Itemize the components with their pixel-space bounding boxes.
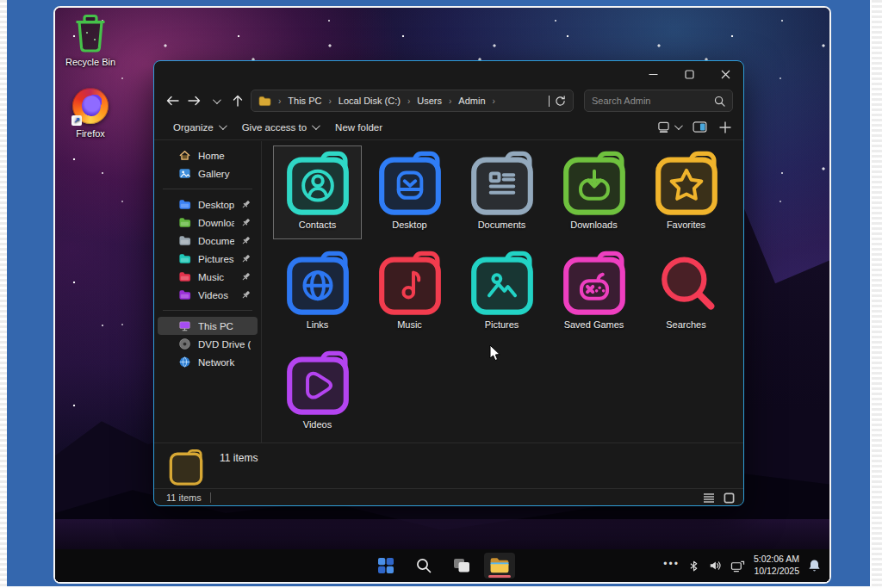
new-folder-button[interactable]: New folder [328, 119, 389, 136]
navigation-bar: › This PC › Local Disk (C:) › Users › Ad… [154, 87, 743, 115]
file-documents[interactable]: Documents [457, 145, 546, 239]
desktop-folder-icon [376, 150, 444, 217]
forward-button[interactable] [186, 90, 202, 112]
sidebar-item-dvd-drive[interactable]: DVD Drive (D:) ⚙Obl [158, 335, 258, 353]
file-contacts[interactable]: Contacts [273, 145, 362, 239]
sidebar-label: Home [198, 151, 251, 161]
large-icons-view-icon[interactable] [724, 492, 735, 504]
bluetooth-icon[interactable] [688, 560, 699, 573]
folder-icon [178, 270, 191, 283]
current-folder-icon [168, 449, 204, 486]
file-links[interactable]: Links [273, 245, 362, 339]
sidebar-item-videos[interactable]: Videos [158, 286, 258, 304]
search-icon [714, 96, 725, 107]
file-searches[interactable]: Searches [642, 245, 730, 339]
breadcrumb-local-disk[interactable]: Local Disk (C:) [339, 96, 401, 106]
clock-time: 5:02:06 AM [754, 554, 799, 566]
search-icon [416, 558, 432, 573]
firefox-icon: ↗ [60, 86, 121, 126]
refresh-icon[interactable] [555, 96, 566, 107]
network-icon[interactable] [730, 560, 745, 573]
breadcrumb-separator: › [491, 96, 497, 106]
preview-pane-icon[interactable] [693, 121, 707, 133]
start-icon [377, 557, 394, 574]
sidebar-item-gallery[interactable]: Gallery [158, 164, 258, 183]
breadcrumb-separator: › [447, 96, 453, 106]
search-input[interactable] [592, 96, 714, 106]
organize-label: Organize [173, 122, 214, 133]
maximize-button[interactable] [671, 61, 707, 87]
sidebar-divider [163, 310, 252, 311]
layout-view-button[interactable] [657, 121, 680, 133]
file-saved-games[interactable]: Saved Games [550, 245, 638, 339]
sidebar-item-pictures[interactable]: Pictures [158, 250, 258, 268]
file-explorer-taskbar-button[interactable] [484, 553, 515, 579]
notification-bell-icon[interactable] [808, 559, 821, 573]
breadcrumb-this-pc[interactable]: This PC [288, 96, 321, 106]
sidebar-item-this-pc[interactable]: This PC [158, 317, 258, 335]
up-button[interactable] [229, 90, 245, 112]
address-bar[interactable]: › This PC › Local Disk (C:) › Users › Ad… [251, 90, 574, 112]
sidebar-item-downloads[interactable]: Downloads [158, 214, 258, 232]
files-area: Contacts Desktop [262, 141, 743, 443]
status-item-count: 11 items [166, 492, 202, 503]
breadcrumb-users[interactable]: Users [417, 96, 442, 106]
pin-icon [241, 218, 251, 227]
sidebar-item-network[interactable]: Network [158, 353, 258, 371]
sidebar-item-home[interactable]: Home [158, 146, 258, 164]
sidebar-label: Gallery [198, 169, 251, 179]
folder-icon [178, 252, 191, 265]
breadcrumb-admin[interactable]: Admin [458, 96, 485, 106]
recent-locations-chevron[interactable] [208, 90, 224, 112]
chevron-down-icon [312, 121, 320, 130]
sidebar-label: Videos [198, 290, 234, 300]
taskbar-clock[interactable]: 5:02:06 AM 10/12/2025 [754, 554, 799, 577]
sidebar-label: Documents [198, 236, 234, 246]
desktop-icon-label: Firefox [60, 128, 121, 139]
sidebar-label: Music [198, 272, 234, 282]
file-pictures[interactable]: Pictures [457, 245, 546, 339]
search-button[interactable] [408, 553, 439, 579]
saved-games-folder-icon [561, 250, 628, 317]
close-button[interactable] [707, 61, 743, 87]
details-item-count: 11 items [220, 452, 258, 488]
tray-overflow-button[interactable]: ••• [663, 558, 680, 570]
desktop-icon-recycle-bin[interactable]: Recycle Bin [60, 15, 121, 67]
sidebar-item-music[interactable]: Music [158, 268, 258, 286]
contacts-folder-icon [284, 150, 351, 217]
active-app-indicator [488, 575, 511, 578]
organize-menu[interactable]: Organize [166, 119, 232, 136]
file-music[interactable]: Music [365, 245, 454, 339]
sidebar-label: DVD Drive (D:) ⚙Obl [198, 338, 251, 350]
search-box[interactable] [584, 90, 733, 112]
add-pane-icon[interactable] [719, 121, 731, 133]
breadcrumb-separator: › [406, 96, 412, 106]
desktop-icon-firefox[interactable]: ↗ Firefox [60, 86, 121, 139]
shortcut-arrow-icon: ↗ [71, 115, 82, 126]
sidebar-item-desktop[interactable]: Desktop [158, 195, 258, 214]
file-favorites[interactable]: Favorites [642, 145, 730, 239]
sidebar-label: Downloads [198, 218, 234, 228]
give-access-menu[interactable]: Give access to [235, 119, 325, 136]
sidebar-item-documents[interactable]: Documents [158, 232, 258, 250]
pin-icon [241, 200, 251, 209]
links-folder-icon [284, 250, 351, 317]
file-videos[interactable]: Videos [273, 345, 362, 439]
start-button[interactable] [370, 553, 401, 579]
sidebar-label: This PC [198, 321, 251, 331]
network-icon [178, 356, 191, 368]
new-folder-label: New folder [335, 122, 382, 133]
details-view-icon[interactable] [703, 492, 715, 503]
folder-icon [178, 216, 191, 229]
address-dropdown-chevron[interactable] [549, 96, 550, 106]
folder-icon [178, 198, 191, 211]
back-button[interactable] [165, 90, 181, 112]
command-bar: Organize Give access to New folder [154, 115, 743, 140]
minimize-button[interactable] [635, 61, 671, 87]
file-downloads[interactable]: Downloads [550, 145, 638, 239]
volume-icon[interactable] [708, 560, 722, 572]
file-desktop[interactable]: Desktop [365, 145, 454, 239]
searches-magnifier-icon [653, 250, 720, 317]
chevron-down-icon [219, 121, 227, 130]
task-view-button[interactable] [446, 553, 477, 579]
